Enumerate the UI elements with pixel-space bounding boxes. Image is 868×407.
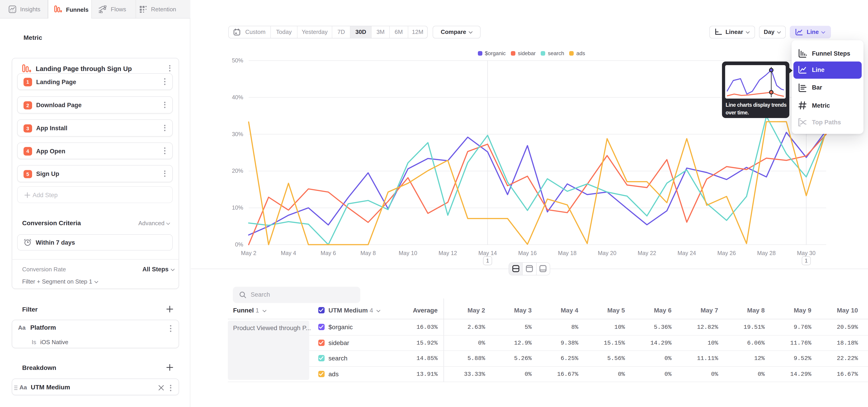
svg-text:May 6: May 6 [320,250,336,256]
svg-text:May 16: May 16 [518,250,537,256]
svg-text:May 30: May 30 [797,250,815,256]
svg-text:May 2: May 2 [241,250,256,256]
svg-text:May 24: May 24 [677,250,696,256]
svg-text:30%: 30% [232,131,243,137]
svg-text:40%: 40% [232,94,243,100]
svg-text:1: 1 [805,257,808,264]
svg-text:May 28: May 28 [757,250,776,256]
svg-text:May 12: May 12 [438,250,457,256]
svg-text:0%: 0% [235,241,243,248]
svg-text:May 20: May 20 [598,250,616,256]
svg-text:May 4: May 4 [281,250,296,256]
svg-text:10%: 10% [232,205,243,211]
svg-text:May 18: May 18 [558,250,577,256]
svg-text:20%: 20% [232,167,243,174]
svg-text:May 8: May 8 [361,250,376,256]
svg-text:May 10: May 10 [399,250,417,256]
svg-text:May 26: May 26 [717,250,736,256]
svg-text:May 14: May 14 [478,250,497,256]
svg-text:1: 1 [486,257,489,264]
svg-text:50%: 50% [232,57,243,64]
svg-text:May 22: May 22 [638,250,656,256]
